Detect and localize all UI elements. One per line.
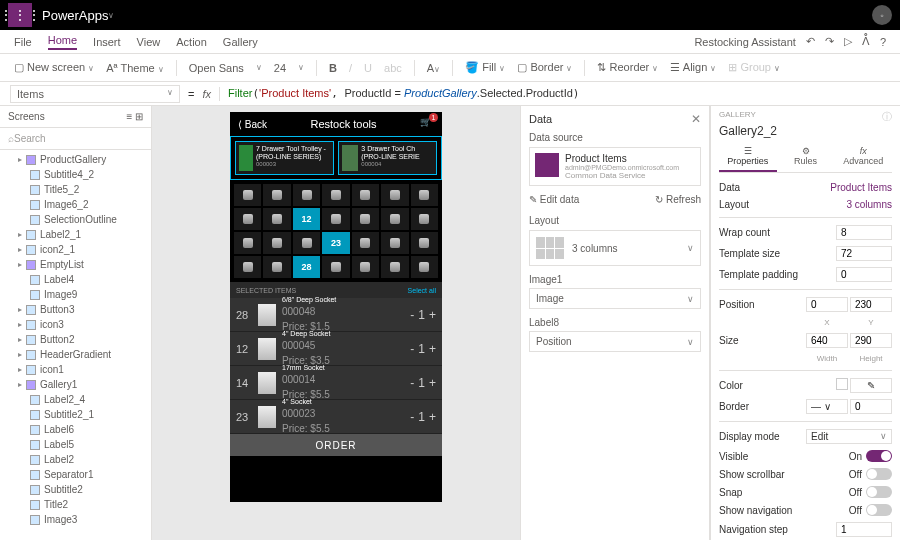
theme-button[interactable]: Aª Theme ∨ (106, 62, 164, 74)
field-select[interactable]: Image∨ (529, 288, 701, 309)
list-item[interactable]: 1417mm Socket000014Price: $5.5- 1 + (230, 366, 442, 400)
redo-icon[interactable]: ↷ (825, 35, 834, 48)
tree-search[interactable]: ⌕ Search (0, 128, 151, 150)
minus-button[interactable]: - (410, 410, 414, 424)
cart-icon[interactable]: 🛒 (420, 117, 434, 131)
socket-cell[interactable] (411, 184, 438, 206)
template-padding-input[interactable] (836, 267, 892, 282)
socket-cell[interactable] (352, 256, 379, 278)
visible-toggle[interactable] (866, 450, 892, 462)
border-button[interactable]: ▢ Border ∨ (517, 61, 572, 74)
tree-node[interactable]: Subtitle4_2 (0, 167, 151, 182)
socket-cell[interactable] (381, 232, 408, 254)
italic-button[interactable]: / (349, 62, 352, 74)
back-button[interactable]: ⟨ Back (238, 119, 267, 130)
edit-data-link[interactable]: ✎ Edit data (529, 194, 579, 205)
socket-cell[interactable] (381, 184, 408, 206)
play-icon[interactable]: ▷ (844, 35, 852, 48)
menu-gallery[interactable]: Gallery (223, 36, 258, 48)
socket-cell[interactable] (411, 256, 438, 278)
tree-node[interactable]: ▸ Button2 (0, 332, 151, 347)
tree-node[interactable]: Label4 (0, 272, 151, 287)
group-button[interactable]: ⊞ Group ∨ (728, 61, 780, 74)
tree-node[interactable]: Image9 (0, 287, 151, 302)
template-size-input[interactable] (836, 246, 892, 261)
tree-node[interactable]: SelectionOutline (0, 212, 151, 227)
scrollbar-toggle[interactable] (866, 468, 892, 480)
font-select[interactable]: Open Sans (189, 62, 244, 74)
pos-y-input[interactable] (850, 297, 892, 312)
socket-cell[interactable]: 23 (322, 232, 349, 254)
socket-cell[interactable] (293, 184, 320, 206)
property-select[interactable]: Items ∨ (10, 85, 180, 103)
share-icon[interactable]: ᐰ (862, 35, 870, 48)
socket-cell[interactable] (352, 208, 379, 230)
color-swatch[interactable] (836, 378, 848, 390)
tree-node[interactable]: Subtitle2 (0, 482, 151, 497)
list-item[interactable]: 124" Deep Socket000045Price: $3.5- 1 + (230, 332, 442, 366)
tree-node[interactable]: Label2_4 (0, 392, 151, 407)
height-input[interactable] (850, 333, 892, 348)
socket-cell[interactable] (293, 232, 320, 254)
tree-node[interactable]: ▸ icon1 (0, 362, 151, 377)
fill-button[interactable]: 🪣 Fill ∨ (465, 61, 505, 74)
socket-cell[interactable] (352, 184, 379, 206)
tree-node[interactable]: Subtitle2_1 (0, 407, 151, 422)
select-all-link[interactable]: Select all (408, 287, 436, 294)
tree-node[interactable]: ▸ Button3 (0, 302, 151, 317)
list-item[interactable]: 286/8" Deep Socket000048Price: $1.5- 1 + (230, 298, 442, 332)
plus-button[interactable]: + (429, 376, 436, 390)
tree-node[interactable]: ▸ Label2_1 (0, 227, 151, 242)
socket-cell[interactable]: 28 (293, 256, 320, 278)
plus-button[interactable]: + (429, 410, 436, 424)
align-button[interactable]: ☰ Align ∨ (670, 61, 716, 74)
tree-node[interactable]: Label5 (0, 437, 151, 452)
tree-node[interactable]: Title5_2 (0, 182, 151, 197)
avatar[interactable]: ◦ (872, 5, 892, 25)
plus-button[interactable]: + (429, 308, 436, 322)
tab-advanced[interactable]: fxAdvanced (834, 142, 892, 172)
undo-icon[interactable]: ↶ (806, 35, 815, 48)
socket-cell[interactable] (322, 184, 349, 206)
tree-node[interactable]: ▸ Gallery1 (0, 377, 151, 392)
menu-home[interactable]: Home (48, 34, 77, 50)
minus-button[interactable]: - (410, 308, 414, 322)
tree-node[interactable]: Separator1 (0, 467, 151, 482)
socket-cell[interactable] (234, 184, 261, 206)
layout-link[interactable]: 3 columns (846, 199, 892, 210)
socket-cell[interactable] (411, 232, 438, 254)
tree-node[interactable]: ▸ icon3 (0, 317, 151, 332)
underline-button[interactable]: U (364, 62, 372, 74)
socket-cell[interactable] (263, 232, 290, 254)
info-icon[interactable]: ⓘ (882, 110, 892, 124)
tree-node[interactable]: ▸ ProductGallery (0, 152, 151, 167)
menu-action[interactable]: Action (176, 36, 207, 48)
pos-x-input[interactable] (806, 297, 848, 312)
socket-cell[interactable]: 12 (293, 208, 320, 230)
datasource-card[interactable]: Product Items admin@PMGDemo.onmicrosoft.… (529, 147, 701, 186)
field-select[interactable]: Position∨ (529, 331, 701, 352)
strike-button[interactable]: abc (384, 62, 402, 74)
tab-rules[interactable]: ⚙Rules (777, 142, 835, 172)
app-dropdown-icon[interactable]: ∨ (108, 11, 114, 20)
waffle-icon[interactable]: ⋮⋮⋮ (8, 3, 32, 27)
wrap-input[interactable] (836, 225, 892, 240)
socket-cell[interactable] (234, 208, 261, 230)
socket-cell[interactable] (411, 208, 438, 230)
plus-button[interactable]: + (429, 342, 436, 356)
socket-grid[interactable]: 122328 (230, 180, 442, 282)
bold-button[interactable]: B (329, 62, 337, 74)
tree-node[interactable]: ▸ icon2_1 (0, 242, 151, 257)
tree-node[interactable]: ▸ HeaderGradient (0, 347, 151, 362)
tree-node[interactable]: Image3 (0, 512, 151, 527)
socket-cell[interactable] (263, 208, 290, 230)
newscreen-button[interactable]: ▢ New screen ∨ (14, 61, 94, 74)
list-item[interactable]: 234" Socket000023Price: $5.5- 1 + (230, 400, 442, 434)
help-icon[interactable]: ? (880, 36, 886, 48)
menu-insert[interactable]: Insert (93, 36, 121, 48)
displaymode-select[interactable]: Edit ∨ (806, 429, 892, 444)
width-input[interactable] (806, 333, 848, 348)
product-card[interactable]: 3 Drawer Tool Ch (PRO-LINE SERIE000004 (338, 141, 437, 175)
order-button[interactable]: ORDER (230, 434, 442, 456)
tree-view-icons[interactable]: ≡ ⊞ (126, 111, 143, 122)
